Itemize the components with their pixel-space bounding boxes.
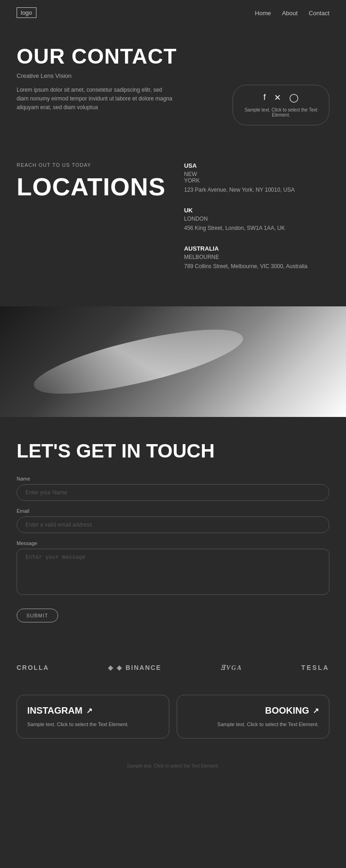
nav-contact[interactable]: Contact (309, 10, 329, 17)
hero-title: OUR CONTACT (17, 44, 329, 69)
email-input[interactable] (17, 516, 329, 533)
location-usa-country: USA (184, 162, 329, 169)
location-usa-address: 123 Park Avenue, New York, NY 10010, USA (184, 186, 329, 194)
message-label: Message (17, 540, 329, 546)
hero-section: OUR CONTACT Creative Lens Vision Lorem i… (0, 25, 346, 139)
message-input[interactable] (17, 549, 329, 595)
location-australia: AUSTRALIA MELBOURNE 789 Collins Street, … (184, 245, 329, 270)
instagram-card-text: Sample text. Click to select the Text El… (27, 721, 159, 728)
footer-text: Sample text. Click to select the Text El… (17, 763, 329, 768)
brand-evga: ƎVGA (221, 664, 242, 672)
hero-description: Lorem ipsum dolor sit amet, consetetur s… (17, 86, 173, 112)
social-box: f ✕ ◯ Sample text. Click to select the T… (233, 85, 329, 125)
locations-label: REACH OUT TO US TODAY (17, 162, 166, 168)
location-uk-country: UK (184, 207, 329, 214)
brand-tesla: TESLA (301, 664, 329, 671)
brand-binance: ◈ BINANCE (108, 664, 161, 671)
brands-section: CROLLA ◈ BINANCE ƎVGA TESLA (0, 641, 346, 695)
booking-card-text: Sample text. Click to select the Text El… (187, 721, 319, 728)
footer: Sample text. Click to select the Text El… (0, 757, 346, 778)
nav-about[interactable]: About (282, 10, 298, 17)
cards-section: INSTAGRAM ↗ Sample text. Click to select… (0, 695, 346, 757)
email-group: Email (17, 508, 329, 533)
nav-home[interactable]: Home (255, 10, 271, 17)
nav-logo[interactable]: logo (17, 7, 36, 18)
message-group: Message (17, 540, 329, 597)
email-label: Email (17, 508, 329, 514)
locations-left: REACH OUT TO US TODAY LOCATIONS (17, 162, 166, 283)
hero-subtitle: Creative Lens Vision (17, 72, 329, 79)
booking-card-title: BOOKING ↗ (187, 705, 319, 716)
facebook-icon[interactable]: f (263, 93, 266, 103)
nav-links: Home About Contact (255, 9, 329, 17)
locations-section: REACH OUT TO US TODAY LOCATIONS USA NEWY… (0, 139, 346, 306)
contact-title: LET'S GET IN TOUCH (17, 440, 329, 462)
location-au-country: AUSTRALIA (184, 245, 329, 252)
instagram-icon[interactable]: ◯ (289, 93, 298, 103)
location-uk-city: LONDON (184, 216, 329, 222)
contact-section: LET'S GET IN TOUCH Name Email Message SU… (0, 417, 346, 641)
locations-right: USA NEWYORK 123 Park Avenue, New York, N… (184, 162, 329, 283)
name-input[interactable] (17, 484, 329, 501)
instagram-card-title: INSTAGRAM ↗ (27, 705, 159, 716)
location-au-address: 789 Collins Street, Melbourne, VIC 3000,… (184, 262, 329, 270)
location-au-city: MELBOURNE (184, 254, 329, 260)
booking-card[interactable]: BOOKING ↗ Sample text. Click to select t… (177, 695, 329, 739)
submit-button[interactable]: SUBMIT (17, 609, 58, 622)
booking-arrow-icon: ↗ (313, 706, 319, 715)
locations-title: LOCATIONS (17, 172, 166, 201)
location-usa: USA NEWYORK 123 Park Avenue, New York, N… (184, 162, 329, 194)
hero-image (0, 306, 346, 417)
social-sample-text: Sample text. Click to select the Text El… (244, 107, 318, 117)
location-uk: UK LONDON 456 King Street, London, SW1A … (184, 207, 329, 232)
instagram-arrow-icon: ↗ (86, 706, 92, 715)
instagram-card[interactable]: INSTAGRAM ↗ Sample text. Click to select… (17, 695, 169, 739)
name-group: Name (17, 476, 329, 501)
location-usa-city: NEWYORK (184, 171, 329, 184)
social-icons: f ✕ ◯ (263, 93, 298, 103)
brand-crolla: CROLLA (17, 664, 49, 671)
twitter-icon[interactable]: ✕ (274, 93, 281, 103)
name-label: Name (17, 476, 329, 481)
location-uk-address: 456 King Street, London, SW1A 1AA, UK (184, 224, 329, 232)
navigation: logo Home About Contact (0, 0, 346, 25)
